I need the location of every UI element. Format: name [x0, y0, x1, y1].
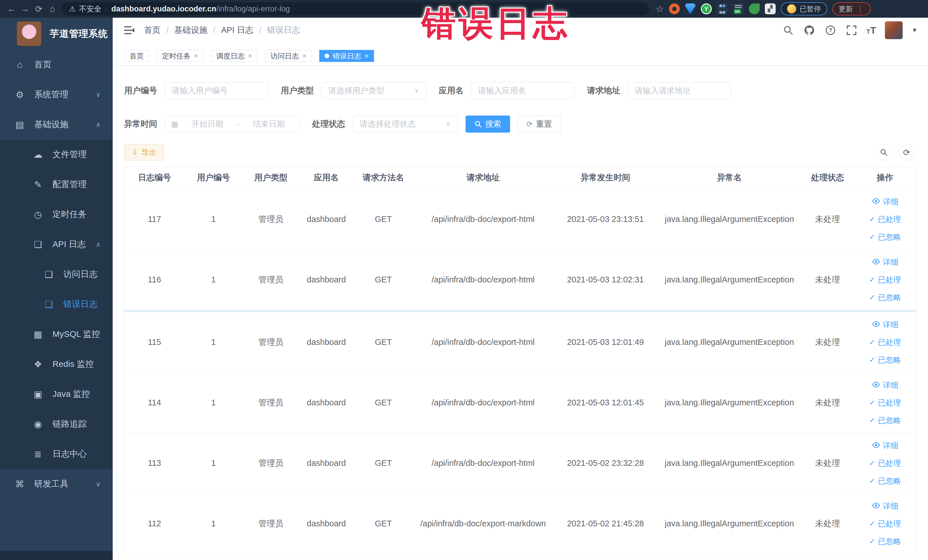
sidebar-item-label: Java 监控 [52, 388, 90, 400]
action-processed-link[interactable]: ✓已处理 [869, 398, 901, 408]
sidebar-item-home[interactable]: ⌂首页 [0, 50, 113, 79]
cell-url: /api/infra/db-doc/export-html [414, 275, 553, 284]
sidebar-item-log-center[interactable]: ≣日志中心 [0, 439, 113, 469]
breadcrumb-item-home[interactable]: 首页 [144, 24, 160, 36]
extension-on-icon[interactable]: on [733, 3, 744, 14]
address-bar[interactable]: ⚠ 不安全 dashboard.yudao.iocoder.cn /infra/… [62, 2, 649, 15]
sidebar-collapse-bar[interactable] [0, 551, 113, 560]
cell-url: /api/infra/db-doc/export-html [414, 215, 553, 224]
font-size-icon[interactable]: TT [866, 25, 876, 35]
extensions-puzzle-icon[interactable]: ▞ [765, 3, 776, 14]
extension-shield-icon[interactable] [685, 3, 696, 14]
github-icon[interactable] [803, 24, 816, 37]
chevron-down-icon[interactable]: ▼ [911, 26, 918, 34]
user-avatar[interactable] [885, 21, 903, 40]
user-id-input[interactable] [165, 82, 268, 99]
process-status-select[interactable]: 请选择处理状态 ∨ [353, 116, 458, 133]
sidebar-item-error-log[interactable]: ❏错误日志 [0, 289, 113, 319]
date-range-picker[interactable]: ▦ 开始日期 - 结束日期 [165, 116, 299, 133]
sidebar-item-mysql-monitor[interactable]: ▦MySQL 监控 [0, 319, 113, 349]
extension-orange-icon[interactable] [669, 3, 680, 14]
action-processed-link[interactable]: ✓已处理 [869, 519, 901, 529]
sidebar-item-dev-tools[interactable]: ⌘研发工具∨ [0, 469, 113, 499]
sidebar-logo[interactable]: 芋道管理系统 [0, 18, 113, 50]
cell-user_type: 管理员 [243, 397, 299, 409]
tab-access-log[interactable]: 访问日志× [265, 50, 312, 62]
close-icon[interactable]: × [194, 52, 198, 60]
column-header: 应用名 [299, 172, 353, 183]
extension-leaf-icon[interactable] [749, 3, 760, 14]
hamburger-icon[interactable] [123, 24, 136, 37]
refresh-table-icon[interactable]: ⟳ [898, 144, 915, 160]
action-detail-link[interactable]: 详细 [872, 501, 898, 511]
action-ignored-link[interactable]: ✓已忽略 [869, 415, 901, 426]
cell-id: 112 [124, 519, 185, 528]
tab-scheduled-tasks[interactable]: 定时任务× [157, 50, 203, 62]
sidebar-item-system-management[interactable]: ⚙系统管理∨ [0, 79, 113, 110]
cell-actions: 详细✓已处理✓已忽略 [855, 441, 916, 486]
sidebar-item-api-log[interactable]: ❏API 日志∧ [0, 229, 113, 259]
cell-time: 2021-05-03 12:01:49 [553, 337, 658, 347]
date-end-placeholder: 结束日期 [244, 119, 293, 130]
document-icon: ❏ [32, 239, 44, 250]
filter-user-type: 用户类型 请选择用户类型 ∨ [281, 82, 426, 99]
close-icon[interactable]: × [365, 52, 369, 60]
request-url-input[interactable] [627, 82, 731, 99]
eye-icon [872, 258, 881, 267]
tab-home[interactable]: 首页 [124, 50, 149, 62]
action-ignored-link[interactable]: ✓已忽略 [869, 232, 901, 242]
sidebar-item-access-log[interactable]: ❏访问日志 [0, 259, 113, 289]
browser-menu-icon[interactable]: ⋮ [856, 4, 864, 14]
tab-error-log[interactable]: 错误日志× [319, 50, 374, 62]
sidebar-item-infrastructure[interactable]: ▤基础设施∧ [0, 110, 113, 139]
action-detail-link[interactable]: 详细 [872, 441, 898, 451]
action-ignored-link[interactable]: ✓已忽略 [869, 476, 901, 486]
forward-icon[interactable]: → [18, 2, 32, 16]
action-ignored-link[interactable]: ✓已忽略 [869, 536, 901, 546]
close-icon[interactable]: × [302, 52, 307, 60]
extension-grid-icon[interactable] [717, 3, 728, 14]
action-processed-link[interactable]: ✓已处理 [869, 337, 901, 348]
sidebar-item-file-management[interactable]: ☁文件管理 [0, 139, 113, 169]
app-name-input[interactable] [471, 82, 575, 99]
trace-eye-icon: ◉ [32, 419, 44, 430]
search-button[interactable]: 搜索 [466, 116, 510, 133]
sidebar-item-scheduled-tasks[interactable]: ◷定时任务 [0, 200, 113, 229]
cell-url: /api/infra/db-doc/export-html [414, 458, 553, 468]
bookmark-star-icon[interactable]: ☆ [656, 3, 664, 14]
action-processed-link[interactable]: ✓已处理 [869, 275, 901, 285]
sidebar-item-redis-monitor[interactable]: ❖Redis 监控 [0, 349, 113, 379]
check-icon: ✓ [869, 476, 875, 485]
reload-icon[interactable]: ⟳ [32, 2, 46, 16]
action-detail-link[interactable]: 详细 [872, 380, 898, 390]
action-processed-link[interactable]: ✓已处理 [869, 458, 901, 468]
home-icon[interactable]: ⌂ [46, 2, 60, 16]
action-processed-link[interactable]: ✓已处理 [869, 214, 901, 224]
reset-button[interactable]: ⟳ 重置 [517, 116, 561, 133]
action-detail-link[interactable]: 详细 [872, 257, 898, 267]
toggle-search-icon[interactable] [876, 144, 892, 160]
breadcrumb-item-error-log: 错误日志 [267, 24, 300, 36]
close-icon[interactable]: × [248, 52, 252, 60]
action-ignored-link[interactable]: ✓已忽略 [869, 292, 901, 303]
sidebar-item-java-monitor[interactable]: ▣Java 监控 [0, 379, 113, 409]
search-icon[interactable] [782, 24, 795, 37]
browser-update-button[interactable]: 更新 ⋮ [832, 2, 871, 15]
profile-paused-badge[interactable]: 已暂停 [781, 2, 827, 15]
extension-green-icon[interactable]: Y [701, 3, 712, 14]
back-icon[interactable]: ← [5, 2, 18, 16]
breadcrumb-separator: / [213, 26, 215, 35]
breadcrumb-item-api-log[interactable]: API 日志 [221, 24, 253, 36]
tab-schedule-log[interactable]: 调度日志× [211, 50, 258, 62]
breadcrumb: 首页 / 基础设施 / API 日志 / 错误日志 [144, 24, 300, 36]
breadcrumb-item-infrastructure[interactable]: 基础设施 [174, 24, 208, 36]
sidebar-item-config-management[interactable]: ✎配置管理 [0, 169, 113, 200]
action-detail-link[interactable]: 详细 [872, 319, 898, 330]
action-ignored-link[interactable]: ✓已忽略 [869, 355, 901, 365]
user-type-select[interactable]: 请选择用户类型 ∨ [321, 82, 426, 99]
action-detail-link[interactable]: 详细 [872, 197, 898, 207]
sidebar-item-trace[interactable]: ◉链路追踪 [0, 409, 113, 439]
fullscreen-icon[interactable] [845, 24, 858, 37]
help-icon[interactable]: ? [824, 24, 837, 37]
export-button[interactable]: ⇩ 导出 [124, 144, 164, 160]
